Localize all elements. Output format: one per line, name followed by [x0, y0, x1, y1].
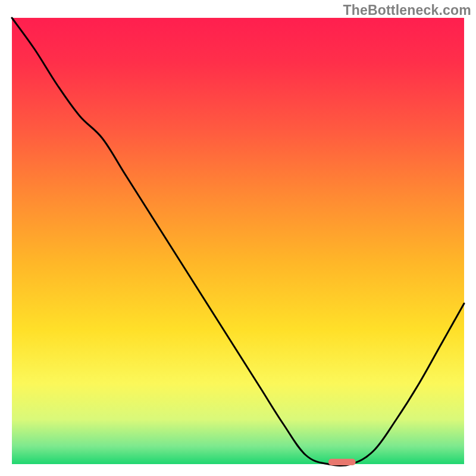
baseline-marker [328, 459, 356, 465]
chart-background [12, 18, 464, 464]
bottleneck-chart [0, 0, 476, 476]
chart-stage: TheBottleneck.com [0, 0, 476, 476]
watermark-text: TheBottleneck.com [343, 2, 471, 18]
